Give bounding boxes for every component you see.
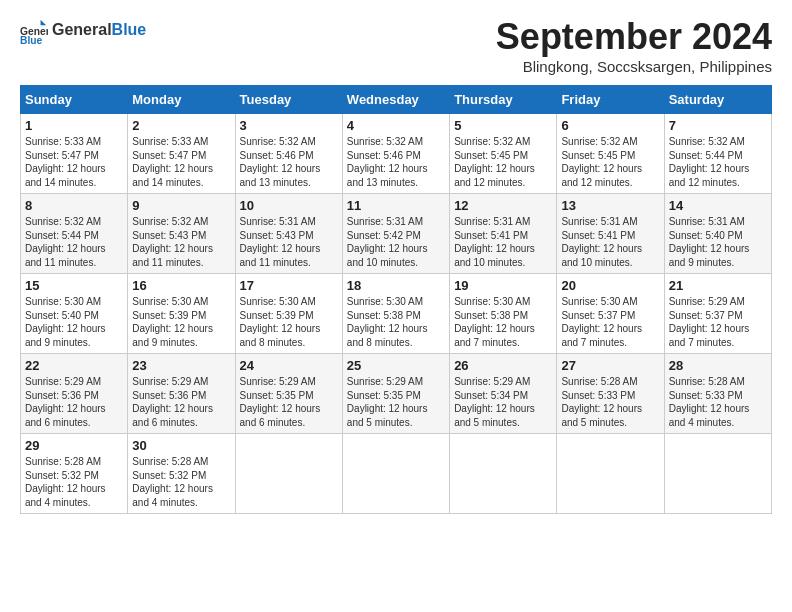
day-detail: Sunrise: 5:32 AMSunset: 5:46 PMDaylight:… <box>347 136 428 188</box>
page-title: September 2024 <box>496 16 772 58</box>
header: General Blue GeneralBlue September 2024 … <box>20 16 772 75</box>
calendar-cell: 10Sunrise: 5:31 AMSunset: 5:43 PMDayligh… <box>235 194 342 274</box>
day-detail: Sunrise: 5:29 AMSunset: 5:35 PMDaylight:… <box>347 376 428 428</box>
calendar-table: SundayMondayTuesdayWednesdayThursdayFrid… <box>20 85 772 514</box>
calendar-cell <box>557 434 664 514</box>
calendar-cell: 30Sunrise: 5:28 AMSunset: 5:32 PMDayligh… <box>128 434 235 514</box>
calendar-cell: 14Sunrise: 5:31 AMSunset: 5:40 PMDayligh… <box>664 194 771 274</box>
calendar-cell: 21Sunrise: 5:29 AMSunset: 5:37 PMDayligh… <box>664 274 771 354</box>
calendar-cell: 15Sunrise: 5:30 AMSunset: 5:40 PMDayligh… <box>21 274 128 354</box>
calendar-cell: 27Sunrise: 5:28 AMSunset: 5:33 PMDayligh… <box>557 354 664 434</box>
day-detail: Sunrise: 5:32 AMSunset: 5:46 PMDaylight:… <box>240 136 321 188</box>
title-area: September 2024 Blingkong, Soccsksargen, … <box>496 16 772 75</box>
day-detail: Sunrise: 5:31 AMSunset: 5:40 PMDaylight:… <box>669 216 750 268</box>
day-detail: Sunrise: 5:32 AMSunset: 5:45 PMDaylight:… <box>454 136 535 188</box>
calendar-cell: 26Sunrise: 5:29 AMSunset: 5:34 PMDayligh… <box>450 354 557 434</box>
calendar-cell: 8Sunrise: 5:32 AMSunset: 5:44 PMDaylight… <box>21 194 128 274</box>
day-number: 29 <box>25 438 123 453</box>
column-header-sunday: Sunday <box>21 86 128 114</box>
day-detail: Sunrise: 5:29 AMSunset: 5:34 PMDaylight:… <box>454 376 535 428</box>
day-detail: Sunrise: 5:29 AMSunset: 5:36 PMDaylight:… <box>25 376 106 428</box>
column-header-saturday: Saturday <box>664 86 771 114</box>
day-number: 20 <box>561 278 659 293</box>
day-number: 1 <box>25 118 123 133</box>
calendar-cell: 11Sunrise: 5:31 AMSunset: 5:42 PMDayligh… <box>342 194 449 274</box>
day-detail: Sunrise: 5:31 AMSunset: 5:42 PMDaylight:… <box>347 216 428 268</box>
day-detail: Sunrise: 5:31 AMSunset: 5:41 PMDaylight:… <box>454 216 535 268</box>
day-number: 28 <box>669 358 767 373</box>
day-detail: Sunrise: 5:29 AMSunset: 5:35 PMDaylight:… <box>240 376 321 428</box>
day-number: 22 <box>25 358 123 373</box>
svg-text:Blue: Blue <box>20 35 43 44</box>
calendar-cell: 29Sunrise: 5:28 AMSunset: 5:32 PMDayligh… <box>21 434 128 514</box>
day-detail: Sunrise: 5:28 AMSunset: 5:33 PMDaylight:… <box>669 376 750 428</box>
calendar-header-row: SundayMondayTuesdayWednesdayThursdayFrid… <box>21 86 772 114</box>
calendar-cell <box>342 434 449 514</box>
day-number: 18 <box>347 278 445 293</box>
day-detail: Sunrise: 5:30 AMSunset: 5:39 PMDaylight:… <box>240 296 321 348</box>
logo-blue: Blue <box>112 21 147 38</box>
day-number: 30 <box>132 438 230 453</box>
day-detail: Sunrise: 5:29 AMSunset: 5:36 PMDaylight:… <box>132 376 213 428</box>
calendar-cell: 19Sunrise: 5:30 AMSunset: 5:38 PMDayligh… <box>450 274 557 354</box>
day-detail: Sunrise: 5:32 AMSunset: 5:44 PMDaylight:… <box>669 136 750 188</box>
day-number: 27 <box>561 358 659 373</box>
day-number: 21 <box>669 278 767 293</box>
day-number: 5 <box>454 118 552 133</box>
day-number: 26 <box>454 358 552 373</box>
calendar-cell <box>664 434 771 514</box>
day-detail: Sunrise: 5:31 AMSunset: 5:43 PMDaylight:… <box>240 216 321 268</box>
column-header-thursday: Thursday <box>450 86 557 114</box>
day-number: 19 <box>454 278 552 293</box>
day-number: 9 <box>132 198 230 213</box>
day-number: 14 <box>669 198 767 213</box>
calendar-cell: 5Sunrise: 5:32 AMSunset: 5:45 PMDaylight… <box>450 114 557 194</box>
day-detail: Sunrise: 5:33 AMSunset: 5:47 PMDaylight:… <box>25 136 106 188</box>
day-number: 15 <box>25 278 123 293</box>
calendar-cell: 9Sunrise: 5:32 AMSunset: 5:43 PMDaylight… <box>128 194 235 274</box>
day-detail: Sunrise: 5:32 AMSunset: 5:43 PMDaylight:… <box>132 216 213 268</box>
column-header-tuesday: Tuesday <box>235 86 342 114</box>
day-detail: Sunrise: 5:32 AMSunset: 5:44 PMDaylight:… <box>25 216 106 268</box>
day-number: 8 <box>25 198 123 213</box>
svg-marker-2 <box>41 20 47 26</box>
calendar-cell: 7Sunrise: 5:32 AMSunset: 5:44 PMDaylight… <box>664 114 771 194</box>
calendar-cell: 24Sunrise: 5:29 AMSunset: 5:35 PMDayligh… <box>235 354 342 434</box>
logo-general: General <box>52 21 112 38</box>
logo-wordmark: GeneralBlue <box>52 21 146 39</box>
day-number: 6 <box>561 118 659 133</box>
day-detail: Sunrise: 5:31 AMSunset: 5:41 PMDaylight:… <box>561 216 642 268</box>
calendar-cell: 1Sunrise: 5:33 AMSunset: 5:47 PMDaylight… <box>21 114 128 194</box>
calendar-cell: 28Sunrise: 5:28 AMSunset: 5:33 PMDayligh… <box>664 354 771 434</box>
week-row-5: 29Sunrise: 5:28 AMSunset: 5:32 PMDayligh… <box>21 434 772 514</box>
day-detail: Sunrise: 5:29 AMSunset: 5:37 PMDaylight:… <box>669 296 750 348</box>
day-detail: Sunrise: 5:30 AMSunset: 5:40 PMDaylight:… <box>25 296 106 348</box>
calendar-cell: 12Sunrise: 5:31 AMSunset: 5:41 PMDayligh… <box>450 194 557 274</box>
day-number: 12 <box>454 198 552 213</box>
day-detail: Sunrise: 5:33 AMSunset: 5:47 PMDaylight:… <box>132 136 213 188</box>
day-detail: Sunrise: 5:30 AMSunset: 5:37 PMDaylight:… <box>561 296 642 348</box>
column-header-wednesday: Wednesday <box>342 86 449 114</box>
day-number: 13 <box>561 198 659 213</box>
week-row-3: 15Sunrise: 5:30 AMSunset: 5:40 PMDayligh… <box>21 274 772 354</box>
calendar-cell: 17Sunrise: 5:30 AMSunset: 5:39 PMDayligh… <box>235 274 342 354</box>
day-number: 2 <box>132 118 230 133</box>
calendar-cell: 16Sunrise: 5:30 AMSunset: 5:39 PMDayligh… <box>128 274 235 354</box>
day-number: 10 <box>240 198 338 213</box>
logo-icon: General Blue <box>20 16 48 44</box>
calendar-cell: 13Sunrise: 5:31 AMSunset: 5:41 PMDayligh… <box>557 194 664 274</box>
week-row-2: 8Sunrise: 5:32 AMSunset: 5:44 PMDaylight… <box>21 194 772 274</box>
calendar-cell: 2Sunrise: 5:33 AMSunset: 5:47 PMDaylight… <box>128 114 235 194</box>
day-number: 7 <box>669 118 767 133</box>
day-detail: Sunrise: 5:28 AMSunset: 5:32 PMDaylight:… <box>132 456 213 508</box>
calendar-cell <box>450 434 557 514</box>
page-subtitle: Blingkong, Soccsksargen, Philippines <box>496 58 772 75</box>
day-detail: Sunrise: 5:32 AMSunset: 5:45 PMDaylight:… <box>561 136 642 188</box>
column-header-friday: Friday <box>557 86 664 114</box>
day-number: 17 <box>240 278 338 293</box>
day-number: 24 <box>240 358 338 373</box>
calendar-cell: 18Sunrise: 5:30 AMSunset: 5:38 PMDayligh… <box>342 274 449 354</box>
day-number: 4 <box>347 118 445 133</box>
calendar-cell: 3Sunrise: 5:32 AMSunset: 5:46 PMDaylight… <box>235 114 342 194</box>
day-number: 11 <box>347 198 445 213</box>
